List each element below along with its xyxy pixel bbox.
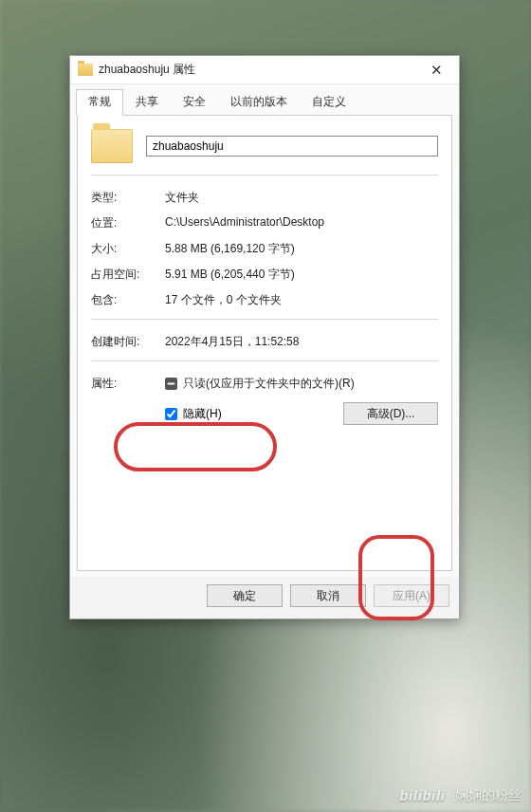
created-label: 创建时间:: [91, 334, 165, 350]
type-label: 类型:: [91, 190, 165, 206]
location-label: 位置:: [91, 215, 165, 231]
folder-icon: [78, 64, 93, 76]
tab-customize[interactable]: 自定义: [300, 89, 358, 116]
hidden-checkbox[interactable]: [165, 408, 177, 420]
contains-value: 17 个文件，0 个文件夹: [165, 292, 438, 308]
folder-name-input[interactable]: [146, 136, 438, 157]
created-value: 2022年4月15日，11:52:58: [165, 334, 438, 350]
type-value: 文件夹: [165, 190, 438, 206]
separator: [91, 319, 438, 320]
titlebar: zhuabaoshuju 属性 ✕: [70, 56, 459, 84]
watermark-logo: bilibili: [400, 788, 446, 803]
watermark-text: 娴娴的粉丝: [455, 787, 522, 804]
advanced-button[interactable]: 高级(D)...: [343, 402, 438, 425]
hidden-label: 隐藏(H): [183, 406, 222, 422]
tab-panel-general: 类型: 文件夹 位置: C:\Users\Administrator\Deskt…: [77, 115, 452, 571]
separator: [91, 175, 438, 175]
close-icon: ✕: [430, 62, 443, 79]
close-button[interactable]: ✕: [415, 57, 457, 83]
tab-previous-versions[interactable]: 以前的版本: [218, 89, 300, 116]
contains-label: 包含:: [91, 292, 165, 308]
size-value: 5.88 MB (6,169,120 字节): [165, 241, 438, 257]
separator: [91, 360, 438, 361]
sizeondisk-value: 5.91 MB (6,205,440 字节): [165, 267, 438, 283]
readonly-label: 只读(仅应用于文件夹中的文件)(R): [183, 376, 355, 392]
cancel-button[interactable]: 取消: [290, 584, 366, 607]
dialog-footer: 确定 取消 应用(A): [70, 577, 459, 618]
tab-security[interactable]: 安全: [171, 89, 218, 116]
attributes-label: 属性:: [91, 376, 165, 392]
tab-general[interactable]: 常规: [76, 89, 123, 116]
location-value: C:\Users\Administrator\Desktop: [165, 215, 438, 231]
readonly-checkbox[interactable]: [165, 378, 177, 390]
apply-button[interactable]: 应用(A): [374, 584, 449, 607]
ok-button[interactable]: 确定: [207, 584, 283, 607]
tab-strip: 常规 共享 安全 以前的版本 自定义: [70, 84, 459, 115]
folder-large-icon: [91, 129, 133, 163]
size-label: 大小:: [91, 241, 165, 257]
watermark: bilibili 娴娴的粉丝: [400, 787, 522, 804]
sizeondisk-label: 占用空间:: [91, 267, 165, 283]
window-title: zhuabaoshuju 属性: [99, 62, 415, 78]
properties-dialog: zhuabaoshuju 属性 ✕ 常规 共享 安全 以前的版本 自定义 类型:…: [69, 55, 460, 619]
tab-sharing[interactable]: 共享: [123, 89, 171, 116]
